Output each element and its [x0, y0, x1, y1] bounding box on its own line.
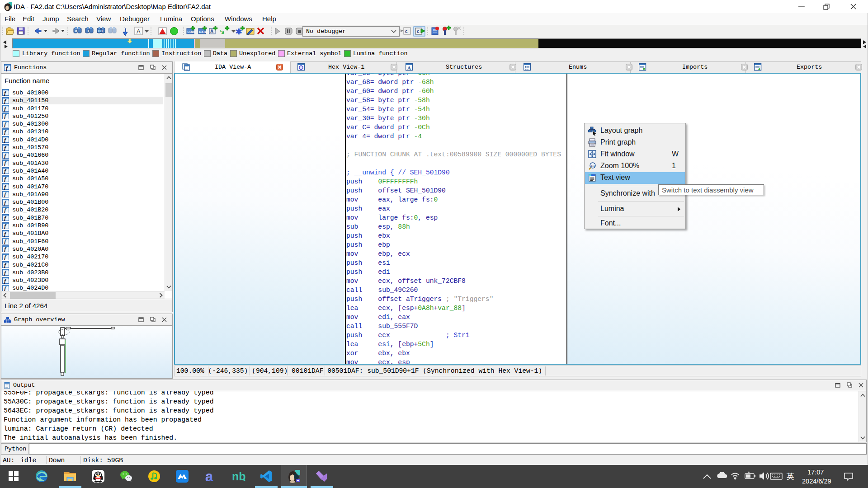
- svg-text:A: A: [210, 29, 213, 34]
- svg-text:17:07: 17:07: [807, 469, 824, 476]
- svg-text:CODE: CODE: [188, 30, 196, 33]
- svg-text:c: c: [405, 29, 408, 34]
- svg-text:#: #: [75, 29, 77, 33]
- svg-text:‘s: ‘s: [220, 29, 224, 35]
- svg-text:a: a: [205, 470, 213, 483]
- svg-text:nb: nb: [232, 470, 245, 483]
- svg-text:c: c: [417, 29, 420, 34]
- svg-text:A: A: [137, 28, 141, 35]
- svg-text:DATA: DATA: [199, 30, 207, 33]
- svg-text:T: T: [87, 29, 90, 33]
- svg-text:英: 英: [787, 472, 794, 481]
- svg-text:101: 101: [98, 29, 103, 33]
- svg-text:A: A: [407, 65, 411, 70]
- svg-text:1:1: 1:1: [591, 164, 595, 167]
- svg-text:2024/6/29: 2024/6/29: [802, 478, 831, 485]
